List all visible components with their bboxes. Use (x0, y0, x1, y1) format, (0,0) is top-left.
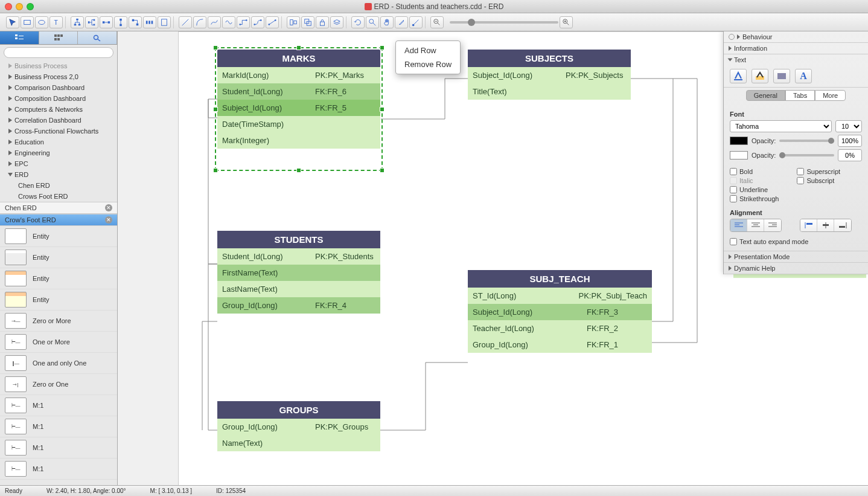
stencil-entity[interactable]: Entity (0, 247, 117, 268)
pointer-tool[interactable] (6, 16, 19, 28)
tree-item[interactable]: Composition Dashboard (0, 93, 117, 104)
text-box-icon[interactable] (773, 69, 790, 83)
ellipse-tool[interactable] (35, 16, 48, 28)
tree-item[interactable]: Comparison Dashboard (0, 82, 117, 93)
menu-remove-row[interactable]: Remove Row (396, 57, 460, 71)
tree-item[interactable]: Computers & Networks (0, 104, 117, 115)
refresh-tool[interactable] (351, 16, 365, 28)
valign-bottom-button[interactable] (834, 219, 851, 231)
font-size-select[interactable]: 10 (835, 120, 862, 132)
group-tool[interactable] (301, 16, 314, 28)
align-center-button[interactable] (747, 219, 764, 231)
library-tab-search[interactable] (78, 31, 117, 44)
inspector-section-help[interactable]: Dynamic Help (724, 263, 868, 274)
menu-add-row[interactable]: Add Row (396, 43, 460, 57)
zoom-out-button[interactable] (430, 16, 444, 28)
tree-item-chen[interactable]: Chen ERD (0, 180, 117, 191)
text-underline-color-icon[interactable] (730, 69, 747, 83)
tree-item[interactable]: Cross-Functional Flowcharts (0, 126, 117, 137)
autoexpand-checkbox[interactable] (730, 238, 737, 245)
rectangle-tool[interactable] (21, 16, 34, 28)
font-icon[interactable]: A (795, 69, 812, 83)
bg-color-swatch[interactable] (730, 151, 748, 159)
stencil-m1[interactable]: ⊢—M:1 (0, 437, 117, 459)
layers-tool[interactable] (330, 16, 343, 28)
zoom-slider[interactable] (450, 16, 558, 28)
brush-tool[interactable] (409, 16, 423, 28)
hand-tool[interactable] (380, 16, 394, 28)
close-section-icon[interactable]: ✕ (105, 216, 112, 224)
stencil-zero-or-one[interactable]: ⊸|Zero or One (0, 374, 117, 395)
font-family-select[interactable]: Tahoma (730, 120, 832, 132)
tree-item-crowsfoot[interactable]: Crows Foot ERD (0, 191, 117, 202)
subscript-checkbox[interactable] (797, 177, 804, 184)
align-right-button[interactable] (764, 219, 781, 231)
text-highlight-icon[interactable] (752, 69, 768, 83)
stencil-entity[interactable]: Entity (0, 268, 117, 289)
bold-checkbox[interactable] (730, 168, 737, 175)
connector-tool-1[interactable] (237, 16, 250, 28)
library-tab-tree[interactable] (0, 31, 39, 44)
chain-tool-2[interactable] (114, 16, 127, 28)
inspector-section-information[interactable]: Information (724, 43, 868, 54)
stencil-one-or-more[interactable]: ⊢—One or More (0, 332, 117, 353)
tree-tool-1[interactable] (71, 16, 84, 28)
connector-tool-2[interactable] (251, 16, 264, 28)
tree-item[interactable]: Correlation Dashboard (0, 115, 117, 126)
lock-tool[interactable] (316, 16, 329, 28)
spline-tool[interactable] (222, 16, 235, 28)
inspector-section-behaviour[interactable]: Behaviour (724, 31, 868, 42)
chain-tool-1[interactable] (100, 16, 113, 28)
bg-opacity-slider[interactable] (779, 154, 834, 156)
tree-item[interactable]: Education (0, 137, 117, 147)
bezier-tool[interactable] (208, 16, 221, 28)
stencil-entity[interactable]: Entity (0, 289, 117, 311)
library-search-input[interactable] (4, 47, 113, 58)
tree-item[interactable]: Engineering (0, 147, 117, 158)
tree-item[interactable]: Business Process 2,0 (0, 71, 117, 82)
entity-students[interactable]: STUDENTS Student_Id(Long)PK:PK_Students … (217, 231, 380, 314)
library-tab-grid[interactable] (39, 31, 78, 44)
align-tool[interactable] (287, 16, 300, 28)
stencil-m1[interactable]: ⊢—M:1 (0, 395, 117, 416)
close-section-icon[interactable]: ✕ (105, 204, 112, 211)
entity-subjects[interactable]: SUBJECTS Subject_Id(Long)PK:PK_Subjects … (468, 50, 631, 100)
inspector-tab-more[interactable]: More (815, 90, 846, 101)
tree-item[interactable]: EPC (0, 158, 117, 169)
entity-groups[interactable]: GROUPS Group_Id(Long)PK:PK_Groups Name(T… (217, 401, 380, 451)
inspector-section-presentation[interactable]: Presentation Mode (724, 251, 868, 262)
fg-opacity-slider[interactable] (779, 140, 834, 142)
strike-checkbox[interactable] (730, 195, 737, 202)
fg-opacity-value[interactable] (838, 135, 862, 147)
bg-opacity-value[interactable] (838, 149, 862, 161)
text-tool[interactable]: T (49, 16, 63, 28)
stencil-one-only[interactable]: ‖—One and only One (0, 353, 117, 374)
underline-checkbox[interactable] (730, 186, 737, 193)
inspector-tab-general[interactable]: General (746, 90, 785, 101)
eyedropper-tool[interactable] (395, 16, 408, 28)
zoom-tool[interactable] (366, 16, 379, 28)
superscript-checkbox[interactable] (797, 168, 804, 175)
stencil-zero-or-more[interactable]: ⊸—Zero or More (0, 311, 117, 332)
line-tool[interactable] (179, 16, 192, 28)
tree-tool-2[interactable] (85, 16, 98, 28)
stencil-m1[interactable]: ⊢—M:1 (0, 459, 117, 480)
section-chen-erd[interactable]: Chen ERD✕ (0, 202, 117, 214)
valign-top-button[interactable] (800, 219, 817, 231)
stencil-m1[interactable]: ⊢—M:1 (0, 416, 117, 437)
align-left-button[interactable] (730, 219, 747, 231)
fg-color-swatch[interactable] (730, 137, 748, 145)
zoom-in-button[interactable] (560, 16, 573, 28)
page-tool[interactable] (158, 16, 171, 28)
entity-marks[interactable]: MARKS MarkId(Long)PK:PK_Marks Student_Id… (217, 50, 380, 149)
canvas[interactable]: MARKS MarkId(Long)PK:PK_Marks Student_Id… (118, 31, 868, 485)
distribute-tool[interactable] (143, 16, 156, 28)
connector-tool-3[interactable] (266, 16, 279, 28)
valign-middle-button[interactable] (817, 219, 834, 231)
tree-label[interactable]: Business Process (14, 62, 67, 69)
inspector-section-text[interactable]: Text (724, 54, 868, 65)
stencil-entity[interactable]: Entity (0, 226, 117, 247)
entity-subj-teach[interactable]: SUBJ_TEACH ST_Id(Long)PK:PK_Subj_Teach S… (468, 270, 652, 353)
section-crows-foot-erd[interactable]: Crow's Foot ERD✕ (0, 214, 117, 226)
tree-item-erd[interactable]: ERD (0, 169, 117, 180)
